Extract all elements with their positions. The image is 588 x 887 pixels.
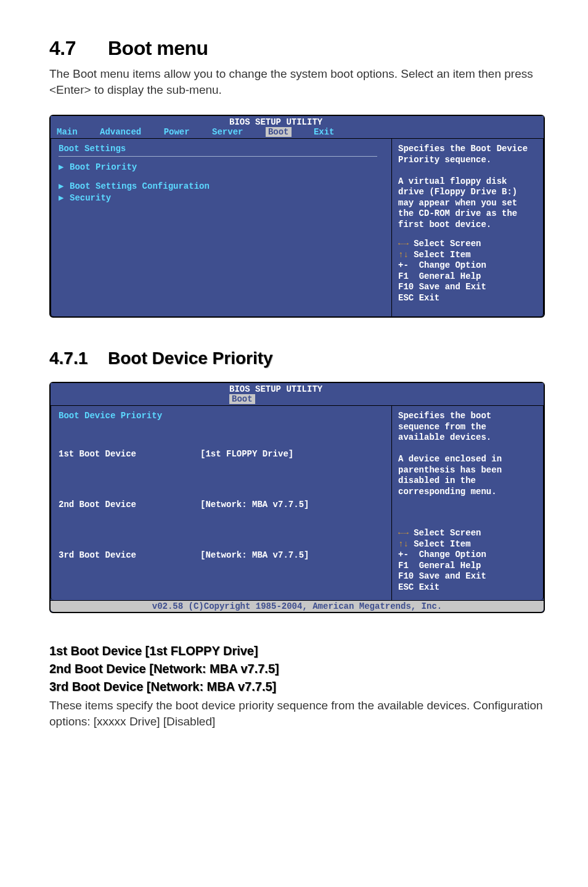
key-label: Select Item xyxy=(414,250,470,260)
menu-boot: Boot xyxy=(266,127,292,137)
subsection-title-text: Boot Device Priority xyxy=(108,349,273,368)
bios-title: BIOS SETUP UTILITY xyxy=(57,384,537,394)
key-legend: ←→ Select Screen ↑↓ Select Item +- Chang… xyxy=(398,528,537,593)
arrows-lr-icon: ←→ xyxy=(398,239,409,249)
key-label: Save and Exit xyxy=(419,282,486,292)
key-sym: F1 xyxy=(398,271,409,281)
intro-paragraph: The Boot menu items allow you to change … xyxy=(49,66,545,97)
key-label: Change Option xyxy=(419,260,486,270)
menu-power: Power xyxy=(164,127,190,137)
triangle-right-icon: ▶ xyxy=(59,162,70,172)
key-sym: ESC xyxy=(398,582,414,592)
arrows-ud-icon: ↑↓ xyxy=(398,250,409,260)
bios-left-panel: Boot Settings ▶Boot Priority ▶Boot Setti… xyxy=(51,139,392,316)
key-label: General Help xyxy=(419,561,481,571)
triangle-right-icon: ▶ xyxy=(59,181,70,191)
key-label: Select Screen xyxy=(414,239,481,249)
help-text: Specifies the Boot Device Priority seque… xyxy=(398,144,537,230)
item-label: Security xyxy=(70,193,111,203)
item-label: Boot Settings Configuration xyxy=(70,181,210,191)
key-sym: F10 xyxy=(398,282,414,292)
row-key: 3rd Boot Device xyxy=(59,550,200,560)
row-value: [1st FLOPPY Drive] xyxy=(200,449,293,459)
row-value: [Network: MBA v7.7.5] xyxy=(200,550,309,560)
bios-title: BIOS SETUP UTILITY xyxy=(57,117,537,127)
arrows-lr-icon: ←→ xyxy=(398,528,409,538)
row-key: 2nd Boot Device xyxy=(59,500,200,510)
key-sym: +- xyxy=(398,260,409,270)
item-heading-1st: 1st Boot Device [1st FLOPPY Drive] xyxy=(49,644,545,658)
section-number: 4.7 xyxy=(49,37,108,60)
key-label: Select Screen xyxy=(414,528,481,538)
menu-boot: Boot xyxy=(229,394,255,404)
item-description: These items specify the boot device prio… xyxy=(49,698,545,729)
row-3rd-boot-device: 3rd Boot Device[Network: MBA v7.7.5] xyxy=(59,530,384,580)
key-sym: F10 xyxy=(398,571,414,581)
row-1st-boot-device: 1st Boot Device[1st FLOPPY Drive] xyxy=(59,429,384,479)
bios-menu-bar: Main Advanced Power Server Boot Exit xyxy=(57,127,537,138)
bios-help-panel: Specifies the Boot Device Priority seque… xyxy=(392,139,544,316)
key-label: Exit xyxy=(419,582,440,592)
section-title-text: Boot menu xyxy=(108,37,208,59)
row-key: 1st Boot Device xyxy=(59,449,200,459)
key-legend: ←→ Select Screen ↑↓ Select Item +- Chang… xyxy=(398,239,537,303)
panel-title: Boot Settings xyxy=(59,144,384,154)
separator xyxy=(59,156,377,157)
menu-main: Main xyxy=(57,127,78,137)
subsection-heading: 4.7.1Boot Device Priority xyxy=(49,349,545,368)
item-heading-3rd: 3rd Boot Device [Network: MBA v7.7.5] xyxy=(49,680,545,694)
help-text: Specifies the boot sequence from the ava… xyxy=(398,411,537,497)
item-boot-priority: ▶Boot Priority xyxy=(59,162,384,172)
menu-server: Server xyxy=(212,127,243,137)
key-label: Change Option xyxy=(419,550,486,559)
key-sym: +- xyxy=(398,550,409,559)
triangle-right-icon: ▶ xyxy=(59,192,70,203)
key-label: General Help xyxy=(419,271,481,281)
bios-help-panel: Specifies the boot sequence from the ava… xyxy=(392,406,544,600)
key-label: Exit xyxy=(419,293,440,303)
bios-menu-bar: Boot xyxy=(57,394,537,405)
row-value: [Network: MBA v7.7.5] xyxy=(200,500,309,510)
bios-left-panel: Boot Device Priority 1st Boot Device[1st… xyxy=(51,406,392,600)
key-sym: F1 xyxy=(398,561,409,571)
key-sym: ESC xyxy=(398,293,414,303)
menu-advanced: Advanced xyxy=(100,127,141,137)
item-label: Boot Priority xyxy=(70,162,137,172)
section-heading: 4.7Boot menu xyxy=(49,37,545,60)
menu-exit: Exit xyxy=(314,127,335,137)
item-boot-settings-config: ▶Boot Settings Configuration xyxy=(59,181,384,191)
key-label: Save and Exit xyxy=(419,571,486,581)
bios-screen-boot-device-priority: BIOS SETUP UTILITY Boot Boot Device Prio… xyxy=(49,382,545,613)
arrows-ud-icon: ↑↓ xyxy=(398,539,409,549)
bios-screen-boot-settings: BIOS SETUP UTILITY Main Advanced Power S… xyxy=(49,115,545,318)
item-heading-2nd: 2nd Boot Device [Network: MBA v7.7.5] xyxy=(49,662,545,676)
bios-footer: v02.58 (C)Copyright 1985-2004, American … xyxy=(51,600,544,612)
key-label: Select Item xyxy=(414,539,470,549)
panel-title: Boot Device Priority xyxy=(59,411,384,421)
subsection-number: 4.7.1 xyxy=(49,349,108,368)
row-2nd-boot-device: 2nd Boot Device[Network: MBA v7.7.5] xyxy=(59,480,384,529)
item-security: ▶Security xyxy=(59,192,384,203)
